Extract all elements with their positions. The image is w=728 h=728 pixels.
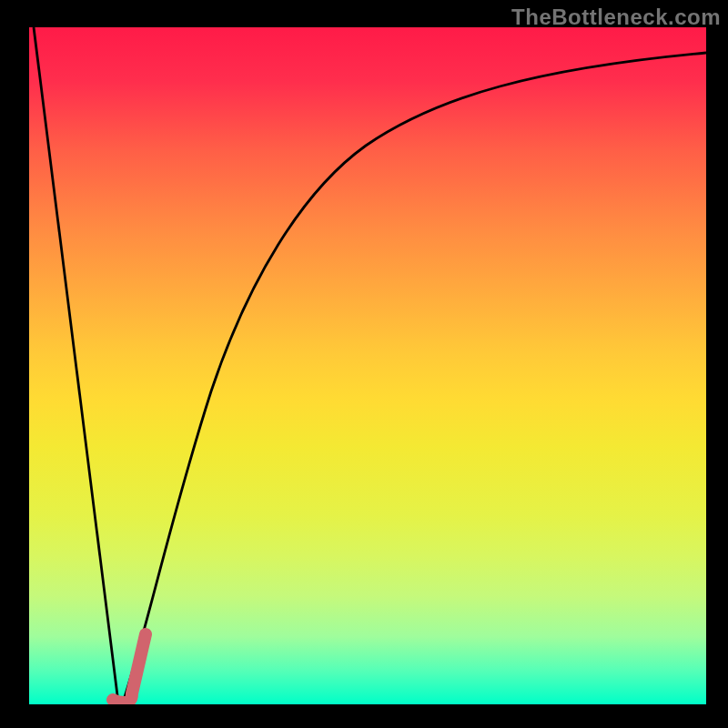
chart-svg xyxy=(29,27,706,704)
curve-left-descent xyxy=(34,27,118,703)
chart-frame: TheBottleneck.com xyxy=(0,0,728,728)
watermark-text: TheBottleneck.com xyxy=(511,5,721,30)
curve-right-rise xyxy=(123,53,706,703)
